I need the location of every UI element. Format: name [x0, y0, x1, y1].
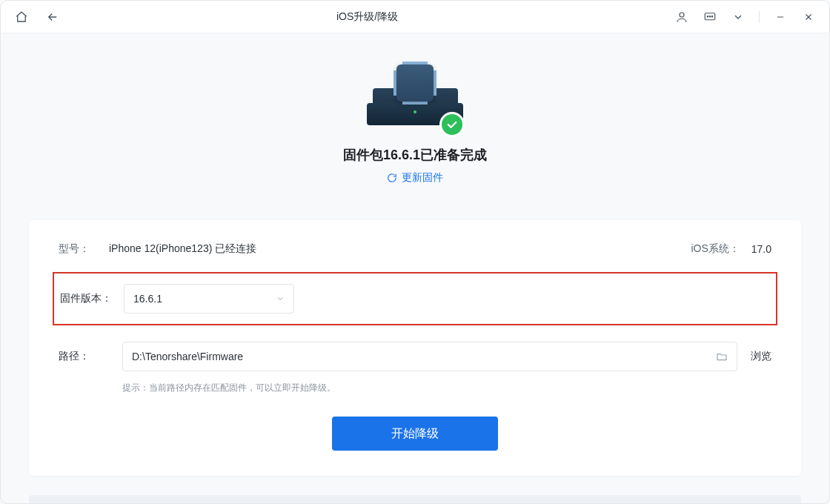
folder-icon	[716, 351, 728, 362]
svg-point-0	[680, 13, 684, 17]
path-input[interactable]: D:\Tenorshare\Firmware	[122, 342, 737, 371]
window-title: iOS升级/降级	[63, 10, 671, 24]
refresh-icon	[387, 173, 397, 183]
device-illustration	[359, 62, 471, 136]
success-badge	[439, 112, 465, 137]
check-icon	[445, 118, 459, 131]
home-button[interactable]	[11, 7, 32, 27]
close-icon	[803, 12, 814, 22]
ios-value: 17.0	[751, 243, 771, 255]
minimize-icon	[775, 12, 786, 22]
user-icon	[675, 10, 688, 24]
path-label: 路径：	[59, 350, 122, 363]
hero-heading: 固件包16.6.1已准备完成	[1, 146, 829, 164]
feedback-button[interactable]	[700, 7, 720, 27]
model-value: iPhone 12(iPhone123) 已经连接	[109, 242, 256, 256]
start-downgrade-button[interactable]: 开始降级	[332, 417, 498, 451]
close-button[interactable]	[798, 7, 819, 27]
firmware-label: 固件版本：	[60, 292, 124, 305]
refresh-label: 更新固件	[402, 171, 443, 185]
footer-bar: 已经有固件？您可以选择 导入本地固件 。	[29, 495, 801, 504]
svg-point-2	[707, 16, 708, 17]
chevron-down-icon	[732, 11, 744, 23]
home-icon	[15, 10, 28, 24]
main-card: 型号： iPhone 12(iPhone123) 已经连接 iOS系统： 17.…	[29, 220, 801, 476]
refresh-firmware-link[interactable]: 更新固件	[387, 171, 443, 185]
chat-icon	[703, 10, 717, 24]
ios-label: iOS系统：	[691, 242, 739, 256]
chevron-down-icon	[276, 294, 285, 303]
firmware-select[interactable]: 16.6.1	[124, 284, 294, 314]
path-hint: 提示：当前路径内存在匹配固件，可以立即开始降级。	[122, 382, 771, 394]
path-value: D:\Tenorshare\Firmware	[132, 351, 243, 362]
back-button[interactable]	[42, 7, 63, 27]
browse-button[interactable]: 浏览	[751, 350, 771, 363]
minimize-button[interactable]	[770, 7, 791, 27]
hero: 固件包16.6.1已准备完成 更新固件	[1, 33, 829, 204]
menu-button[interactable]	[728, 7, 748, 27]
model-label: 型号：	[59, 242, 100, 256]
account-button[interactable]	[671, 7, 692, 27]
svg-point-4	[711, 16, 713, 17]
firmware-version-highlight: 固件版本： 16.6.1	[53, 272, 777, 325]
titlebar: iOS升级/降级	[1, 1, 829, 33]
divider	[759, 11, 760, 23]
firmware-value: 16.6.1	[133, 293, 162, 305]
svg-point-3	[709, 16, 711, 17]
arrow-left-icon	[46, 10, 59, 24]
